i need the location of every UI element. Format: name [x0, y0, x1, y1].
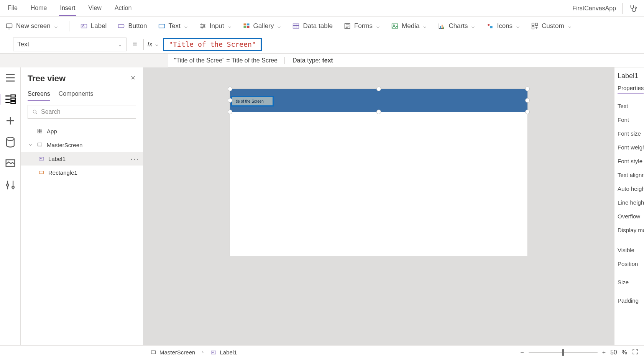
- prop-overflow[interactable]: Overflow: [618, 209, 641, 223]
- artboard[interactable]: tle of the Screen: [230, 89, 527, 256]
- resize-handle[interactable]: [376, 110, 381, 114]
- svg-point-20: [488, 24, 490, 26]
- chevron-down-icon: [567, 24, 572, 28]
- prop-displaymode[interactable]: Display mo: [618, 223, 641, 237]
- resize-handle[interactable]: [376, 87, 381, 91]
- tree-app[interactable]: App: [21, 124, 143, 138]
- fit-screen-icon[interactable]: [632, 348, 639, 357]
- svg-rect-26: [11, 98, 15, 100]
- tree-item-label: MasterScreen: [47, 142, 82, 148]
- tab-properties[interactable]: Properties: [618, 85, 644, 94]
- selected-control-name: Label1: [618, 72, 641, 80]
- menu-home[interactable]: Home: [30, 1, 48, 16]
- prop-textalign[interactable]: Text alignm: [618, 168, 641, 182]
- menu-action[interactable]: Action: [114, 1, 132, 16]
- prop-padding[interactable]: Padding: [618, 293, 641, 307]
- svg-rect-25: [11, 95, 15, 97]
- menu-insert[interactable]: Insert: [59, 1, 76, 16]
- prop-visible[interactable]: Visible: [618, 243, 641, 257]
- label1[interactable]: tle of the Screen: [231, 96, 274, 107]
- resize-handle[interactable]: [228, 98, 232, 103]
- hamburger-icon[interactable]: [4, 71, 17, 84]
- ribbon-label[interactable]: Label: [80, 22, 107, 30]
- formula-input[interactable]: "Title of the Screen": [163, 38, 262, 51]
- ribbon-media[interactable]: Media: [391, 22, 427, 30]
- svg-rect-35: [38, 131, 40, 133]
- svg-rect-9: [243, 23, 246, 25]
- prop-autoheight[interactable]: Auto height: [618, 182, 641, 195]
- slider-knob[interactable]: [562, 349, 564, 356]
- selection[interactable]: tle of the Screen: [230, 89, 527, 112]
- tree-item-rect1[interactable]: Rectangle1: [21, 166, 143, 179]
- ribbon-text-label: Text: [169, 22, 181, 30]
- formula-eval: "Title of the Scree" = Title of the Scre…: [174, 57, 285, 64]
- data-icon[interactable]: [4, 136, 17, 149]
- tab-screens[interactable]: Screens: [28, 87, 50, 101]
- component-icon: [531, 22, 539, 30]
- prop-font[interactable]: Font: [618, 113, 641, 126]
- ribbon-custom-label: Custom: [542, 22, 564, 30]
- close-icon[interactable]: [130, 75, 136, 82]
- more-icon[interactable]: ···: [130, 154, 139, 163]
- app-icon: [37, 128, 43, 134]
- ribbon-forms[interactable]: Forms: [343, 22, 380, 30]
- ribbon-new-screen[interactable]: New screen: [5, 22, 58, 30]
- menu-file[interactable]: File: [7, 1, 18, 16]
- media-rail-icon[interactable]: [4, 157, 17, 170]
- ribbon-data-table[interactable]: Data table: [292, 22, 333, 30]
- chevron-down-icon: [516, 24, 520, 28]
- ribbon-datatable-label: Data table: [303, 22, 333, 30]
- divider: [69, 21, 69, 31]
- ribbon-text[interactable]: Abc Text: [158, 22, 188, 30]
- add-icon[interactable]: [4, 114, 17, 127]
- chevron-right-icon: [200, 349, 205, 356]
- svg-rect-1: [7, 24, 12, 28]
- resize-handle[interactable]: [525, 110, 530, 114]
- zoom-unit: %: [622, 349, 627, 356]
- property-select[interactable]: Text: [13, 38, 127, 51]
- menu-view[interactable]: View: [87, 1, 102, 16]
- zoom-out-button[interactable]: −: [520, 349, 524, 356]
- prop-position[interactable]: Position: [618, 257, 641, 270]
- zoom-slider[interactable]: [529, 352, 598, 353]
- crumb-screen[interactable]: MasterScreen: [150, 349, 195, 356]
- zoom-in-button[interactable]: +: [602, 349, 606, 356]
- prop-text[interactable]: Text: [618, 99, 641, 113]
- ribbon-gallery[interactable]: Gallery: [243, 22, 282, 30]
- crumb-control[interactable]: Label1: [210, 349, 237, 356]
- prop-fontweight[interactable]: Font weight: [618, 140, 641, 154]
- ribbon-icons[interactable]: Icons: [486, 22, 520, 30]
- tools-icon[interactable]: [4, 179, 17, 192]
- chevron-down-icon: [154, 42, 159, 47]
- prop-lineheight[interactable]: Line height: [618, 195, 641, 209]
- chevron-down-icon[interactable]: [28, 142, 33, 148]
- svg-rect-33: [38, 129, 40, 131]
- resize-handle[interactable]: [525, 87, 530, 91]
- app-name: FirstCanvasApp: [572, 5, 616, 12]
- canvas[interactable]: tle of the Screen: [143, 67, 614, 345]
- diagnostic-icon[interactable]: [629, 4, 637, 13]
- svg-rect-39: [39, 171, 44, 174]
- divider: [622, 3, 623, 14]
- ribbon-input[interactable]: Input: [199, 22, 232, 30]
- resize-handle[interactable]: [525, 98, 530, 103]
- svg-rect-13: [293, 24, 299, 28]
- tree-item-master[interactable]: MasterScreen: [21, 138, 143, 152]
- svg-rect-23: [536, 23, 538, 25]
- search-input[interactable]: Search: [28, 105, 136, 119]
- prop-fontstyle[interactable]: Font style: [618, 154, 641, 168]
- prop-fontsize[interactable]: Font size: [618, 126, 641, 140]
- tree-item-label1[interactable]: Label1 ···: [21, 152, 143, 166]
- ribbon-charts-label: Charts: [449, 22, 468, 30]
- sliders-icon: [199, 22, 207, 30]
- prop-size[interactable]: Size: [618, 275, 641, 289]
- tree-view-icon[interactable]: [4, 93, 17, 106]
- ribbon-custom[interactable]: Custom: [531, 22, 572, 30]
- ribbon-charts[interactable]: Charts: [438, 22, 475, 30]
- tab-components[interactable]: Components: [59, 87, 94, 101]
- ribbon-button[interactable]: Button: [117, 22, 147, 30]
- resize-handle[interactable]: [228, 110, 232, 114]
- resize-handle[interactable]: [228, 87, 232, 91]
- rectangle1[interactable]: [230, 89, 527, 112]
- fx-button[interactable]: fx: [148, 41, 159, 48]
